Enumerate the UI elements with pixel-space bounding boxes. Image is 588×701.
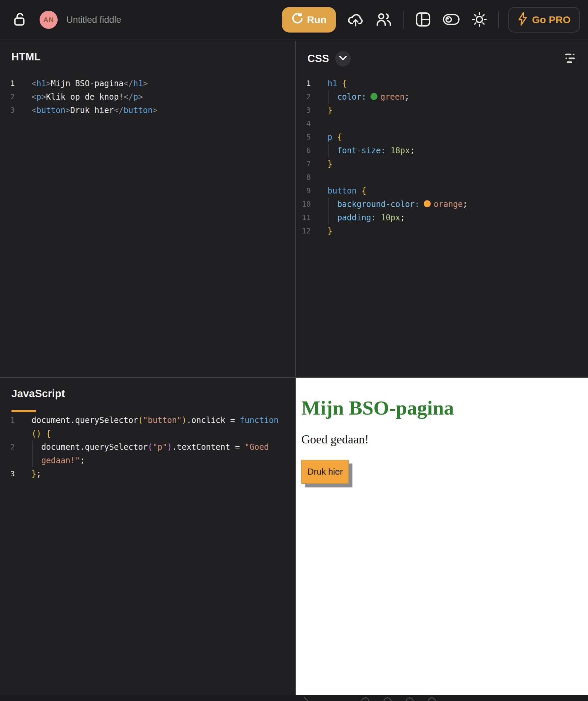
- code-token: Mijn BSO-pagina: [51, 79, 124, 88]
- code-token: gedaan!": [41, 456, 80, 465]
- code-line[interactable]: gedaan!";: [0, 454, 295, 467]
- line-number: 4: [296, 117, 315, 130]
- layout-button[interactable]: [415, 11, 431, 29]
- result-button[interactable]: Druk hier: [301, 460, 349, 484]
- line-number: 1: [0, 77, 19, 90]
- refresh-icon: [291, 13, 303, 27]
- fiddle-title[interactable]: Untitled fiddle: [66, 15, 121, 25]
- code-text: document.querySelector("button").onclick…: [19, 414, 279, 427]
- line-number: 1: [0, 414, 19, 427]
- js-code-editor[interactable]: 1document.querySelector("button").onclic…: [0, 414, 295, 701]
- code-text: };: [19, 467, 41, 481]
- code-token: p: [36, 92, 41, 102]
- color-swatch: [424, 200, 431, 207]
- privacy-lock-button[interactable]: [13, 12, 26, 28]
- console-bar[interactable]: [0, 695, 588, 701]
- avatar[interactable]: AN: [40, 11, 58, 29]
- line-number: 12: [296, 224, 315, 238]
- code-line[interactable]: 1document.querySelector("button").onclic…: [0, 414, 295, 427]
- code-line[interactable]: 12}: [296, 224, 588, 238]
- code-token: document.querySelector: [41, 442, 148, 452]
- code-token: button: [124, 106, 153, 115]
- code-token: .onclick =: [186, 416, 240, 425]
- code-token: button: [328, 186, 361, 196]
- code-token: [328, 200, 337, 209]
- theme-button[interactable]: [471, 11, 487, 29]
- code-line[interactable]: 3}: [296, 104, 588, 117]
- html-panel-title: HTML: [11, 51, 41, 63]
- line-number: 3: [0, 104, 19, 117]
- line-number: 1: [296, 77, 315, 90]
- css-editor-panel: CSS: [296, 41, 588, 377]
- toggle-switch-icon: [443, 13, 460, 27]
- code-token: "Goed: [245, 442, 269, 452]
- go-pro-button[interactable]: Go PRO: [508, 7, 580, 33]
- header-divider: [403, 11, 404, 29]
- console-expand-icon: [300, 697, 309, 701]
- code-line[interactable]: 1h1 {: [296, 77, 588, 90]
- code-token: <: [32, 92, 36, 102]
- vertical-panel-divider[interactable]: [295, 41, 296, 701]
- code-token: ): [182, 416, 186, 425]
- code-line[interactable]: 7}: [296, 157, 588, 171]
- save-button[interactable]: [347, 12, 364, 28]
- line-number: 9: [296, 184, 315, 198]
- code-text: document.querySelector("p").textContent …: [19, 440, 269, 454]
- layout-icon: [415, 11, 431, 29]
- code-text: background-color:orange;: [315, 198, 468, 211]
- code-line[interactable]: 11 padding: 10px;: [296, 211, 588, 224]
- code-line[interactable]: 2<p>Klik op de knop!</p>: [0, 90, 295, 104]
- chevron-down-icon: [339, 56, 347, 62]
- code-token: function: [240, 416, 279, 425]
- collaborate-button[interactable]: [375, 12, 392, 28]
- code-token: >: [143, 79, 148, 88]
- code-token: .textContent =: [172, 442, 245, 452]
- tidy-icon: [565, 52, 578, 66]
- code-token: h1: [133, 79, 143, 88]
- console-tool-icon: [361, 697, 369, 701]
- code-line[interactable]: () {: [0, 427, 295, 440]
- panel-toggle-button[interactable]: [443, 13, 460, 27]
- code-line[interactable]: 10 background-color:orange;: [296, 198, 588, 211]
- code-line[interactable]: 9button {: [296, 184, 588, 198]
- tidy-code-button[interactable]: [565, 52, 578, 66]
- code-token: ;: [463, 200, 467, 209]
- code-line[interactable]: 3};: [0, 467, 295, 481]
- code-token: }: [32, 469, 36, 479]
- horizontal-panel-divider[interactable]: [0, 377, 588, 378]
- code-line[interactable]: 2 color:green;: [296, 90, 588, 104]
- code-line[interactable]: 2 document.querySelector("p").textConten…: [0, 440, 295, 454]
- run-button[interactable]: Run: [282, 7, 336, 33]
- line-number: 2: [296, 90, 315, 104]
- code-line[interactable]: 6 font-size: 18px;: [296, 144, 588, 157]
- code-token: () {: [32, 429, 51, 438]
- css-code-editor[interactable]: 1h1 {2 color:green;3}45p {6 font-size: 1…: [296, 77, 588, 377]
- code-line[interactable]: 4: [296, 117, 588, 130]
- js-panel-header: JavaScript: [0, 378, 295, 400]
- jsfiddle-app: AN Untitled fiddle Run: [0, 0, 588, 701]
- html-code-editor[interactable]: 1<h1>Mijn BSO-pagina</h1>2<p>Klik op de …: [0, 77, 295, 377]
- code-token: p: [133, 92, 138, 102]
- code-token: {: [342, 79, 347, 88]
- line-number: 8: [296, 171, 315, 184]
- result-paragraph: Goed gedaan!: [301, 432, 583, 446]
- code-line[interactable]: 1<h1>Mijn BSO-pagina</h1>: [0, 77, 295, 90]
- code-line[interactable]: 8: [296, 171, 588, 184]
- code-line[interactable]: 5p {: [296, 130, 588, 144]
- css-language-dropdown[interactable]: [335, 51, 351, 66]
- code-token: }: [328, 226, 332, 236]
- line-number: [0, 454, 19, 467]
- code-token: [32, 442, 41, 452]
- code-token: ;: [80, 456, 85, 465]
- color-swatch: [370, 93, 377, 100]
- code-token: </: [124, 79, 133, 88]
- code-token: <: [32, 106, 36, 115]
- console-tool-icon: [406, 697, 414, 701]
- line-number: 2: [0, 90, 19, 104]
- code-line[interactable]: 3<button>Druk hier</button>: [0, 104, 295, 117]
- code-text: }: [315, 104, 332, 117]
- code-token: ;: [405, 92, 409, 102]
- code-token: [328, 92, 337, 102]
- code-text: }: [315, 157, 332, 171]
- code-token: ;: [36, 469, 41, 479]
